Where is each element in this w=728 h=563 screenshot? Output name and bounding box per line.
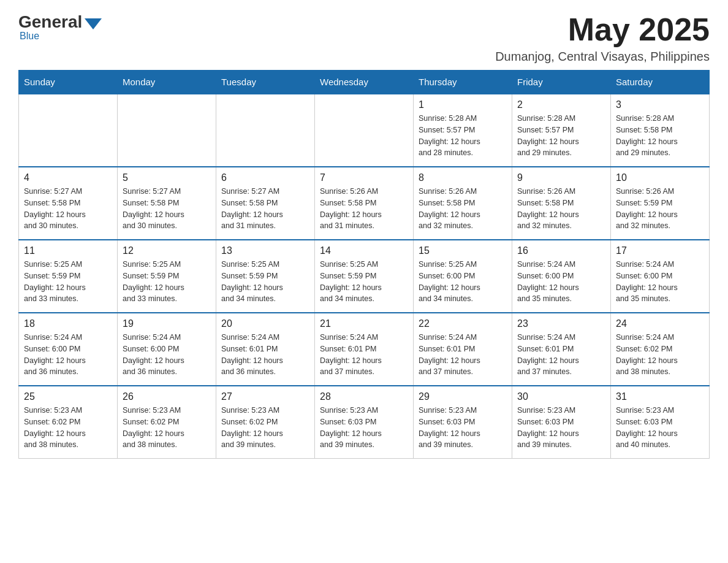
day-number: 12 <box>123 245 211 256</box>
calendar-cell-w1-d7: 3Sunrise: 5:28 AMSunset: 5:58 PMDaylight… <box>611 94 710 167</box>
day-info: Sunrise: 5:25 AMSunset: 5:59 PMDaylight:… <box>221 259 309 305</box>
header-monday: Monday <box>118 71 216 94</box>
day-info: Sunrise: 5:24 AMSunset: 6:00 PMDaylight:… <box>123 332 211 378</box>
day-number: 28 <box>320 391 408 402</box>
calendar-cell-w4-d7: 24Sunrise: 5:24 AMSunset: 6:02 PMDayligh… <box>611 313 710 386</box>
calendar-cell-w2-d3: 6Sunrise: 5:27 AMSunset: 5:58 PMDaylight… <box>216 167 315 240</box>
day-info: Sunrise: 5:23 AMSunset: 6:02 PMDaylight:… <box>123 405 211 451</box>
day-number: 20 <box>221 318 309 329</box>
title-section: May 2025 Dumanjog, Central Visayas, Phil… <box>495 12 710 64</box>
calendar-cell-w4-d4: 21Sunrise: 5:24 AMSunset: 6:01 PMDayligh… <box>315 313 414 386</box>
day-info: Sunrise: 5:27 AMSunset: 5:58 PMDaylight:… <box>221 186 309 232</box>
calendar-cell-w1-d1 <box>19 94 118 167</box>
header-wednesday: Wednesday <box>315 71 414 94</box>
calendar-cell-w5-d5: 29Sunrise: 5:23 AMSunset: 6:03 PMDayligh… <box>414 386 512 459</box>
day-info: Sunrise: 5:26 AMSunset: 5:58 PMDaylight:… <box>517 186 605 232</box>
day-info: Sunrise: 5:27 AMSunset: 5:58 PMDaylight:… <box>24 186 112 232</box>
header-saturday: Saturday <box>611 71 710 94</box>
calendar-cell-w5-d6: 30Sunrise: 5:23 AMSunset: 6:03 PMDayligh… <box>512 386 611 459</box>
day-info: Sunrise: 5:24 AMSunset: 6:01 PMDaylight:… <box>517 332 605 378</box>
day-info: Sunrise: 5:25 AMSunset: 5:59 PMDaylight:… <box>320 259 408 305</box>
day-number: 19 <box>123 318 211 329</box>
day-number: 29 <box>419 391 507 402</box>
calendar-week-4: 18Sunrise: 5:24 AMSunset: 6:00 PMDayligh… <box>19 313 710 386</box>
day-info: Sunrise: 5:26 AMSunset: 5:59 PMDaylight:… <box>616 186 704 232</box>
calendar-week-2: 4Sunrise: 5:27 AMSunset: 5:58 PMDaylight… <box>19 167 710 240</box>
day-number: 21 <box>320 318 408 329</box>
calendar-cell-w2-d2: 5Sunrise: 5:27 AMSunset: 5:58 PMDaylight… <box>118 167 216 240</box>
calendar-cell-w2-d1: 4Sunrise: 5:27 AMSunset: 5:58 PMDaylight… <box>19 167 118 240</box>
day-info: Sunrise: 5:27 AMSunset: 5:58 PMDaylight:… <box>123 186 211 232</box>
day-number: 22 <box>419 318 507 329</box>
header-thursday: Thursday <box>414 71 512 94</box>
day-number: 9 <box>517 172 605 183</box>
calendar-cell-w4-d6: 23Sunrise: 5:24 AMSunset: 6:01 PMDayligh… <box>512 313 611 386</box>
day-info: Sunrise: 5:24 AMSunset: 6:00 PMDaylight:… <box>517 259 605 305</box>
calendar-cell-w1-d5: 1Sunrise: 5:28 AMSunset: 5:57 PMDaylight… <box>414 94 512 167</box>
calendar-cell-w4-d2: 19Sunrise: 5:24 AMSunset: 6:00 PMDayligh… <box>118 313 216 386</box>
day-number: 25 <box>24 391 112 402</box>
calendar-cell-w3-d1: 11Sunrise: 5:25 AMSunset: 5:59 PMDayligh… <box>19 240 118 313</box>
day-number: 26 <box>123 391 211 402</box>
day-number: 18 <box>24 318 112 329</box>
calendar-cell-w3-d2: 12Sunrise: 5:25 AMSunset: 5:59 PMDayligh… <box>118 240 216 313</box>
calendar-table: Sunday Monday Tuesday Wednesday Thursday… <box>18 70 710 459</box>
day-number: 4 <box>24 172 112 183</box>
location-subtitle: Dumanjog, Central Visayas, Philippines <box>495 50 710 64</box>
day-number: 16 <box>517 245 605 256</box>
day-number: 10 <box>616 172 704 183</box>
header-tuesday: Tuesday <box>216 71 315 94</box>
calendar-week-3: 11Sunrise: 5:25 AMSunset: 5:59 PMDayligh… <box>19 240 710 313</box>
calendar-cell-w3-d5: 15Sunrise: 5:25 AMSunset: 6:00 PMDayligh… <box>414 240 512 313</box>
day-info: Sunrise: 5:26 AMSunset: 5:58 PMDaylight:… <box>320 186 408 232</box>
day-info: Sunrise: 5:23 AMSunset: 6:03 PMDaylight:… <box>517 405 605 451</box>
logo-general-text: General <box>18 12 82 32</box>
day-number: 3 <box>616 99 704 110</box>
month-year-title: May 2025 <box>495 12 710 47</box>
calendar-cell-w3-d7: 17Sunrise: 5:24 AMSunset: 6:00 PMDayligh… <box>611 240 710 313</box>
day-number: 14 <box>320 245 408 256</box>
day-info: Sunrise: 5:28 AMSunset: 5:57 PMDaylight:… <box>419 113 507 159</box>
header-sunday: Sunday <box>19 71 118 94</box>
calendar-cell-w5-d7: 31Sunrise: 5:23 AMSunset: 6:03 PMDayligh… <box>611 386 710 459</box>
calendar-cell-w3-d3: 13Sunrise: 5:25 AMSunset: 5:59 PMDayligh… <box>216 240 315 313</box>
calendar-cell-w4-d5: 22Sunrise: 5:24 AMSunset: 6:01 PMDayligh… <box>414 313 512 386</box>
day-number: 8 <box>419 172 507 183</box>
logo-blue-text: Blue <box>20 31 39 42</box>
day-info: Sunrise: 5:23 AMSunset: 6:03 PMDaylight:… <box>419 405 507 451</box>
calendar-header-row: Sunday Monday Tuesday Wednesday Thursday… <box>19 71 710 94</box>
day-number: 15 <box>419 245 507 256</box>
day-number: 6 <box>221 172 309 183</box>
day-info: Sunrise: 5:26 AMSunset: 5:58 PMDaylight:… <box>419 186 507 232</box>
calendar-cell-w5-d4: 28Sunrise: 5:23 AMSunset: 6:03 PMDayligh… <box>315 386 414 459</box>
day-info: Sunrise: 5:28 AMSunset: 5:57 PMDaylight:… <box>517 113 605 159</box>
calendar-cell-w3-d6: 16Sunrise: 5:24 AMSunset: 6:00 PMDayligh… <box>512 240 611 313</box>
calendar-week-1: 1Sunrise: 5:28 AMSunset: 5:57 PMDaylight… <box>19 94 710 167</box>
day-info: Sunrise: 5:25 AMSunset: 5:59 PMDaylight:… <box>24 259 112 305</box>
calendar-cell-w2-d5: 8Sunrise: 5:26 AMSunset: 5:58 PMDaylight… <box>414 167 512 240</box>
calendar-cell-w1-d2 <box>118 94 216 167</box>
day-info: Sunrise: 5:25 AMSunset: 5:59 PMDaylight:… <box>123 259 211 305</box>
day-info: Sunrise: 5:28 AMSunset: 5:58 PMDaylight:… <box>616 113 704 159</box>
calendar-cell-w3-d4: 14Sunrise: 5:25 AMSunset: 5:59 PMDayligh… <box>315 240 414 313</box>
day-info: Sunrise: 5:23 AMSunset: 6:02 PMDaylight:… <box>221 405 309 451</box>
calendar-cell-w2-d7: 10Sunrise: 5:26 AMSunset: 5:59 PMDayligh… <box>611 167 710 240</box>
logo-arrow-icon <box>85 18 102 29</box>
day-number: 23 <box>517 318 605 329</box>
day-info: Sunrise: 5:23 AMSunset: 6:03 PMDaylight:… <box>616 405 704 451</box>
day-info: Sunrise: 5:23 AMSunset: 6:03 PMDaylight:… <box>320 405 408 451</box>
day-info: Sunrise: 5:24 AMSunset: 6:02 PMDaylight:… <box>616 332 704 378</box>
day-number: 17 <box>616 245 704 256</box>
day-number: 1 <box>419 99 507 110</box>
day-info: Sunrise: 5:24 AMSunset: 6:01 PMDaylight:… <box>419 332 507 378</box>
calendar-cell-w5-d1: 25Sunrise: 5:23 AMSunset: 6:02 PMDayligh… <box>19 386 118 459</box>
logo: General Blue <box>18 12 102 42</box>
calendar-cell-w1-d6: 2Sunrise: 5:28 AMSunset: 5:57 PMDaylight… <box>512 94 611 167</box>
day-info: Sunrise: 5:24 AMSunset: 6:01 PMDaylight:… <box>221 332 309 378</box>
calendar-cell-w2-d6: 9Sunrise: 5:26 AMSunset: 5:58 PMDaylight… <box>512 167 611 240</box>
calendar-cell-w4-d3: 20Sunrise: 5:24 AMSunset: 6:01 PMDayligh… <box>216 313 315 386</box>
calendar-cell-w5-d3: 27Sunrise: 5:23 AMSunset: 6:02 PMDayligh… <box>216 386 315 459</box>
day-number: 2 <box>517 99 605 110</box>
day-number: 7 <box>320 172 408 183</box>
page-header: General Blue May 2025 Dumanjog, Central … <box>18 12 710 64</box>
